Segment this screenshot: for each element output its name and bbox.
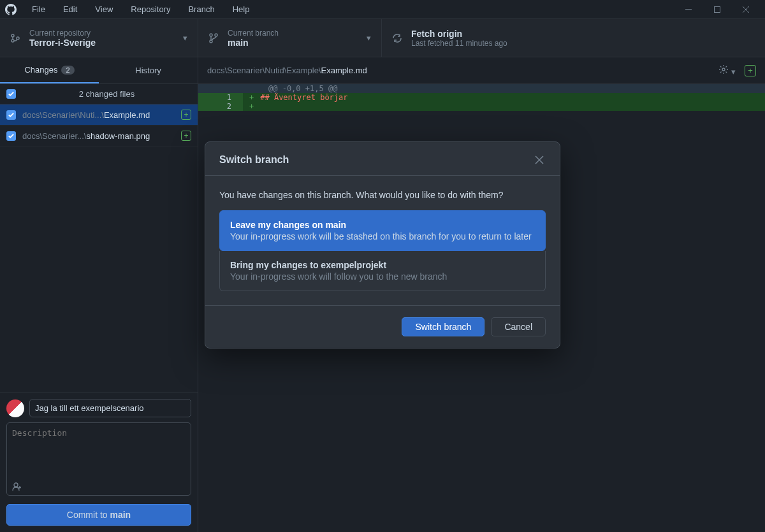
dialog-question: You have changes on this branch. What wo… — [219, 190, 546, 200]
option-description: Your in-progress work will follow you to… — [230, 271, 535, 282]
cancel-button[interactable]: Cancel — [491, 317, 546, 336]
option-description: Your in-progress work will be stashed on… — [230, 231, 535, 241]
option-title: Leave my changes on main — [230, 220, 535, 230]
dialog-close-button[interactable] — [533, 154, 546, 166]
modal-overlay: Switch branch You have changes on this b… — [0, 0, 765, 532]
option-leave-changes[interactable]: Leave my changes on main Your in-progres… — [219, 210, 546, 251]
option-bring-changes[interactable]: Bring my changes to exempelprojekt Your … — [219, 251, 546, 291]
close-icon — [535, 155, 544, 164]
confirm-button[interactable]: Switch branch — [402, 317, 484, 336]
option-title: Bring my changes to exempelprojekt — [230, 260, 535, 270]
dialog-title: Switch branch — [219, 154, 533, 166]
switch-branch-dialog: Switch branch You have changes on this b… — [205, 141, 560, 349]
